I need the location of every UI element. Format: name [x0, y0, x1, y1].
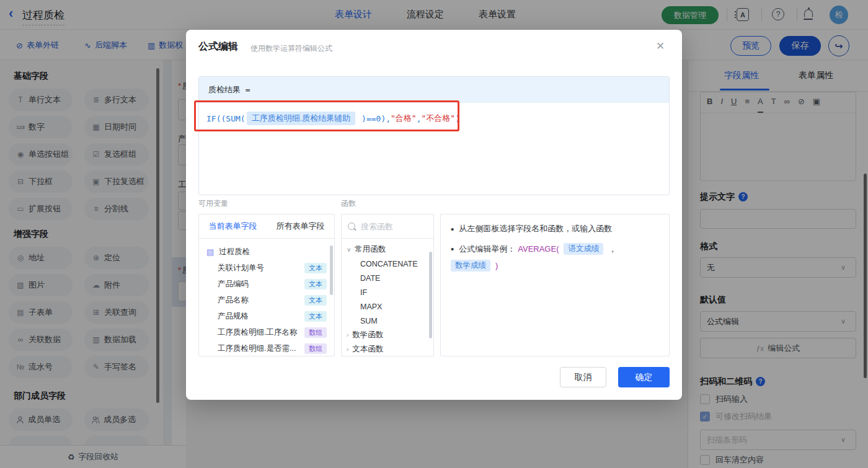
variable-name: 过程质检: [219, 247, 250, 257]
bullet-icon: •: [451, 224, 454, 234]
formula-edit-modal: 公式编辑 使用数学运算符编辑公式 ✕ 质检结果 = IF((SUM( 工序质检明…: [186, 30, 682, 400]
function-item[interactable]: CONCATENATE: [342, 257, 433, 271]
hint-line-1: • 从左侧面板选择字段名和函数，或输入函数: [451, 223, 659, 234]
example-function-open: AVERAGE(: [518, 244, 559, 254]
variable-row[interactable]: 产品编码文本: [199, 276, 334, 292]
variables-list: ▤ 过程质检 关联计划单号文本 产品编码文本 产品名称文本 产品规格文本 工序质…: [199, 239, 334, 356]
search-icon: [348, 223, 355, 230]
function-name: MAPX: [360, 302, 382, 311]
function-item[interactable]: IF: [342, 285, 433, 299]
close-icon[interactable]: ✕: [656, 40, 665, 53]
variable-row[interactable]: 产品名称文本: [199, 292, 334, 308]
annotation-highlight-box: [194, 100, 459, 131]
example-field-chip: 数学成绩: [451, 260, 490, 272]
chevron-right-icon: ›: [347, 346, 348, 353]
variable-row[interactable]: 关联计划单号文本: [199, 260, 334, 276]
type-badge: 文本: [304, 295, 327, 306]
type-badge: 文本: [304, 311, 327, 322]
function-search: [342, 214, 433, 239]
screen: ‹ 过程质检 表单设计 流程设定 表单设置 数据管理 A ? 检 ⊘ 表单外链 …: [0, 0, 868, 468]
search-input[interactable]: [360, 221, 424, 232]
function-group-common[interactable]: ∨常用函数: [342, 242, 433, 257]
functions-scrollbar[interactable]: [429, 252, 432, 338]
tab-current-form-fields[interactable]: 当前表单字段: [199, 221, 267, 232]
hint-text: 公式编辑举例：: [459, 244, 515, 255]
type-badge: 数组: [304, 327, 327, 338]
document-icon: ▤: [206, 247, 214, 257]
variable-name: 产品名称: [218, 295, 249, 306]
cancel-button[interactable]: 取消: [560, 367, 606, 387]
function-name: CONCATENATE: [360, 260, 418, 268]
type-badge: 文本: [304, 263, 327, 273]
variable-row[interactable]: 产品规格文本: [199, 308, 334, 324]
function-item[interactable]: SUM: [342, 314, 433, 328]
function-item[interactable]: DATE: [342, 271, 433, 285]
formula-editor[interactable]: 质检结果 = IF((SUM( 工序质检明细.质检结果辅助 )==0), "合格…: [198, 76, 670, 195]
tab-all-form-fields[interactable]: 所有表单字段: [267, 221, 334, 232]
variables-tabs: 当前表单字段 所有表单字段: [199, 214, 334, 239]
function-name: DATE: [360, 274, 380, 283]
functions-caption: 函数: [341, 198, 356, 209]
group-label: 常用函数: [355, 244, 386, 255]
chevron-down-icon: ∨: [347, 246, 351, 253]
variable-name: 工序质检明细.工序名称: [218, 327, 297, 338]
modal-subtitle: 使用数学运算符编辑公式: [250, 43, 332, 54]
type-badge: 数组: [304, 343, 327, 354]
group-label: 数学函数: [352, 330, 383, 340]
variable-name: 产品编码: [218, 279, 249, 289]
bullet-icon: •: [451, 244, 454, 254]
example-field-chip: 语文成绩: [564, 243, 603, 255]
formula-lhs: 质检结果 =: [208, 84, 250, 95]
variable-row[interactable]: 工序质检明细.是否需...数组: [199, 340, 334, 356]
functions-panel: ∨常用函数 CONCATENATE DATE IF MAPX SUM ›数学函数…: [341, 214, 434, 356]
variable-name: 工序质检明细.是否需...: [218, 343, 296, 354]
function-group-math[interactable]: ›数学函数: [342, 328, 433, 342]
variable-root[interactable]: ▤ 过程质检: [199, 244, 334, 260]
function-name: SUM: [360, 317, 378, 325]
chevron-right-icon: ›: [347, 332, 348, 338]
type-badge: 文本: [304, 279, 327, 289]
group-label: 文本函数: [352, 344, 383, 355]
hint-text: ，: [608, 244, 616, 255]
hint-line-2: • 公式编辑举例： AVERAGE( 语文成绩 ， 数学成绩 ): [451, 243, 659, 272]
function-tree: ∨常用函数 CONCATENATE DATE IF MAPX SUM ›数学函数…: [342, 239, 433, 356]
variables-panel: 当前表单字段 所有表单字段 ▤ 过程质检 关联计划单号文本 产品编码文本 产品名…: [198, 214, 335, 356]
variables-scrollbar[interactable]: [330, 245, 333, 295]
function-name: IF: [360, 288, 367, 297]
variable-name: 产品规格: [218, 311, 249, 322]
hint-text: 从左侧面板选择字段名和函数，或输入函数: [459, 223, 612, 234]
example-function-close: ): [495, 261, 498, 270]
variable-row[interactable]: 工序质检明细.工序名称数组: [199, 324, 334, 340]
modal-title: 公式编辑: [198, 40, 238, 53]
formula-target: 质检结果 =: [199, 77, 669, 103]
variable-name: 关联计划单号: [218, 263, 264, 273]
variables-caption: 可用变量: [198, 198, 228, 209]
hints-panel: • 从左侧面板选择字段名和函数，或输入函数 • 公式编辑举例： AVERAGE(…: [440, 214, 670, 356]
confirm-button[interactable]: 确定: [618, 367, 670, 387]
function-group-text[interactable]: ›文本函数: [342, 342, 433, 356]
function-item[interactable]: MAPX: [342, 299, 433, 314]
